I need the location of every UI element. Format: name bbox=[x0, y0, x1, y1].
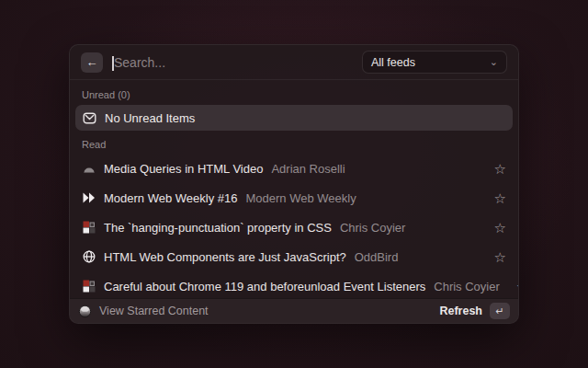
grid-favicon bbox=[82, 221, 96, 235]
feed-item-row[interactable]: Modern Web Weekly #16 Modern Web Weekly … bbox=[70, 183, 518, 213]
feed-item-author: Adrian Roselli bbox=[271, 162, 345, 176]
feed-item-title: Modern Web Weekly #16 bbox=[104, 191, 237, 205]
feed-item-row[interactable]: Media Queries in HTML Video Adrian Rosel… bbox=[70, 154, 518, 183]
inbox-envelope-icon bbox=[83, 111, 96, 125]
feed-item-title: HTML Web Components are Just JavaScript? bbox=[104, 250, 346, 264]
search-header: ← All feeds ⌄ bbox=[70, 45, 518, 80]
search-field-wrap bbox=[112, 55, 353, 70]
star-icon[interactable]: ☆ bbox=[494, 221, 506, 235]
feed-item-row[interactable]: HTML Web Components are Just JavaScript?… bbox=[70, 242, 518, 271]
dome-favicon bbox=[82, 162, 96, 176]
fast-forward-favicon bbox=[82, 191, 96, 205]
section-label-read: Read bbox=[70, 136, 518, 154]
action-bar: View Starred Content Refresh ↵ bbox=[70, 298, 518, 323]
star-icon[interactable]: ☆ bbox=[494, 162, 506, 176]
text-cursor bbox=[112, 56, 114, 71]
feed-filter-selected: All feeds bbox=[371, 56, 490, 69]
star-icon[interactable]: ☆ bbox=[516, 280, 518, 293]
feed-item-author: Chris Coyier bbox=[434, 280, 500, 293]
feed-item-row[interactable]: Careful about Chrome 119 and beforeunloa… bbox=[70, 271, 518, 298]
feed-item-title: The `hanging-punctuation` property in CS… bbox=[104, 221, 332, 235]
no-unread-items-label: No Unread Items bbox=[105, 111, 195, 125]
globe-favicon bbox=[82, 250, 96, 264]
feed-item-title: Media Queries in HTML Video bbox=[104, 162, 263, 176]
feed-item-row[interactable]: The `hanging-punctuation` property in CS… bbox=[70, 213, 518, 242]
star-icon[interactable]: ☆ bbox=[494, 191, 506, 205]
refresh-button[interactable]: Refresh bbox=[439, 305, 482, 317]
feed-filter-dropdown[interactable]: All feeds ⌄ bbox=[362, 51, 507, 74]
grid-favicon bbox=[82, 280, 96, 293]
chevron-down-icon: ⌄ bbox=[490, 57, 498, 67]
sphere-app-icon bbox=[78, 305, 92, 318]
no-unread-items-row[interactable]: No Unread Items bbox=[75, 105, 513, 131]
feed-search-panel: ← All feeds ⌄ Unread (0) No Unread Items… bbox=[69, 44, 519, 324]
enter-key-icon[interactable]: ↵ bbox=[490, 303, 510, 319]
feed-item-title: Careful about Chrome 119 and beforeunloa… bbox=[104, 280, 425, 293]
feed-item-author: OddBird bbox=[355, 250, 399, 264]
section-label-unread: Unread (0) bbox=[70, 86, 518, 104]
star-icon[interactable]: ☆ bbox=[494, 250, 506, 264]
feed-item-author: Chris Coyier bbox=[340, 221, 406, 235]
feed-item-author: Modern Web Weekly bbox=[245, 191, 356, 205]
search-input[interactable] bbox=[112, 55, 353, 70]
back-button[interactable]: ← bbox=[81, 52, 103, 73]
view-starred-content-button[interactable]: View Starred Content bbox=[99, 305, 209, 317]
results-list: Unread (0) No Unread Items Read Media Qu… bbox=[70, 80, 518, 298]
back-arrow-icon: ← bbox=[86, 56, 98, 68]
